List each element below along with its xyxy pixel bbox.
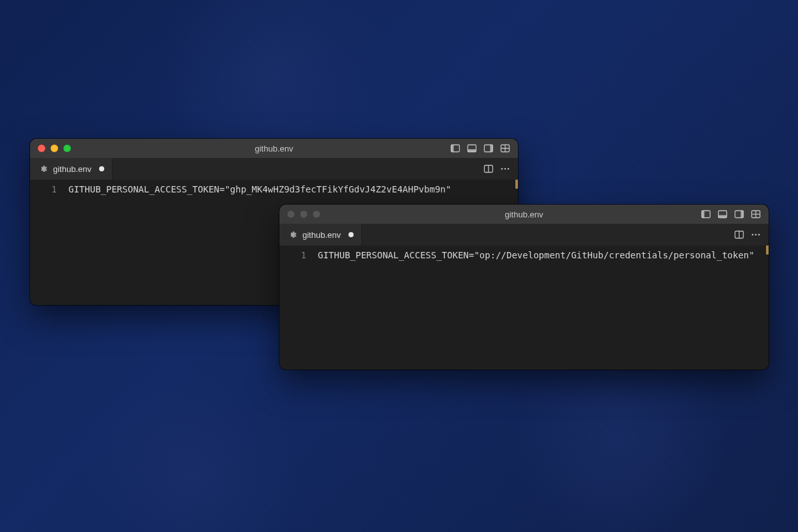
window-title: github.env	[279, 210, 769, 219]
line-number: 1	[279, 248, 306, 262]
gear-icon	[38, 164, 48, 174]
more-actions-icon[interactable]	[751, 230, 761, 240]
line-number: 1	[30, 182, 57, 196]
gear-icon	[287, 230, 297, 240]
gutter: 1	[279, 246, 318, 370]
toggle-secondary-sidebar-icon[interactable]	[483, 143, 494, 153]
customize-layout-icon[interactable]	[751, 209, 761, 219]
editor-area[interactable]: 1 GITHUB_PERSONAL_ACCESS_TOKEN="op://Dev…	[279, 246, 769, 370]
gutter: 1	[30, 180, 68, 305]
tab-label: github.env	[53, 164, 91, 174]
titlebar[interactable]: github.env	[30, 139, 518, 158]
zoom-window-button[interactable]	[313, 210, 320, 218]
dirty-indicator-icon	[348, 232, 354, 237]
dirty-indicator-icon	[99, 166, 104, 171]
close-window-button[interactable]	[287, 210, 295, 218]
tab-actions	[476, 158, 518, 180]
minimize-window-button[interactable]	[300, 210, 308, 218]
toggle-panel-icon[interactable]	[467, 143, 477, 153]
tabbar: github.env	[30, 158, 518, 180]
zoom-window-button[interactable]	[63, 145, 71, 152]
tab-label: github.env	[302, 230, 341, 240]
close-window-button[interactable]	[38, 145, 45, 152]
tabbar: github.env	[279, 224, 769, 246]
toggle-secondary-sidebar-icon[interactable]	[734, 209, 744, 219]
split-editor-icon[interactable]	[734, 230, 744, 240]
tab-actions	[726, 224, 769, 246]
window-title: github.env	[30, 144, 518, 153]
more-actions-icon[interactable]	[500, 164, 510, 174]
toggle-panel-icon[interactable]	[717, 209, 728, 219]
split-editor-icon[interactable]	[483, 164, 494, 174]
titlebar[interactable]: github.env	[279, 205, 769, 224]
editor-window-2: github.env github.env 1 GITHUB_PERSONAL_…	[279, 205, 769, 370]
customize-layout-icon[interactable]	[500, 143, 510, 153]
minimize-window-button[interactable]	[51, 145, 58, 152]
tab-github-env[interactable]: github.env	[279, 224, 362, 246]
window-controls	[279, 210, 320, 218]
code-content[interactable]: GITHUB_PERSONAL_ACCESS_TOKEN="op://Devel…	[318, 246, 761, 370]
titlebar-actions	[450, 143, 518, 153]
titlebar-actions	[701, 209, 769, 219]
toggle-sidebar-icon[interactable]	[701, 209, 711, 219]
overview-ruler-marker	[515, 180, 518, 189]
tab-github-env[interactable]: github.env	[30, 158, 113, 180]
toggle-sidebar-icon[interactable]	[450, 143, 460, 153]
overview-ruler-marker	[766, 246, 769, 254]
window-controls	[30, 145, 71, 152]
